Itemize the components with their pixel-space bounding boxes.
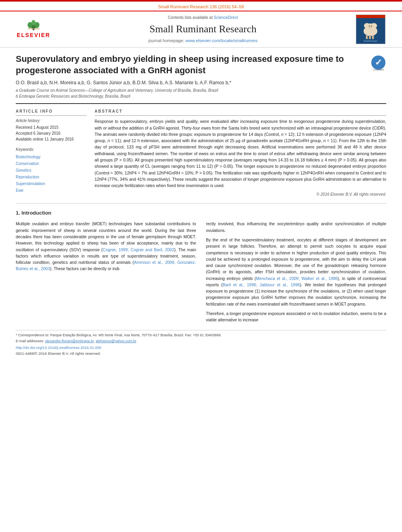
abstract-text: Response to superovulatory, embryo yield… xyxy=(95,118,386,189)
section-divider xyxy=(16,203,386,204)
email-link-1[interactable]: alexandre.floriani@embrapa.br xyxy=(45,339,94,343)
keywords-section: Keywords: Biotechnology Conservation Gen… xyxy=(16,147,87,194)
svg-rect-7 xyxy=(356,15,385,18)
svg-point-4 xyxy=(32,20,35,25)
doi-link[interactable]: http://dx.doi.org/10.1016/j.smallrumres.… xyxy=(16,345,386,350)
copyright-text: © 2016 Elsevier B.V. All rights reserved… xyxy=(95,192,386,197)
intro-para-1: Multiple ovulation and embryo transfer (… xyxy=(16,221,196,272)
ref-ammoun[interactable]: Ammoun et al., 2006; Gonzalez-Bulnes et … xyxy=(16,260,196,271)
issn-line: 0921-4488/© 2016 Elsevier B.V. All right… xyxy=(16,351,386,356)
article-history: Article history: Received 1 August 2015 … xyxy=(16,118,87,142)
intro-para-3: By the end of the superestimulatory trea… xyxy=(206,237,387,307)
introduction-section: Multiple ovulation and embryo transfer (… xyxy=(16,221,386,326)
article-info-column: ARTICLE INFO Article history: Received 1… xyxy=(16,109,87,197)
accepted-date: Accepted 6 January 2016 xyxy=(16,130,87,136)
article-content: Superovulatory and embryo yielding in sh… xyxy=(0,48,402,364)
ref-menchaca[interactable]: Menchaca et al., 2009; Walker et al., 19… xyxy=(256,276,338,281)
abstract-label: ABSTRACT xyxy=(95,109,386,116)
journal-ref: Small Ruminant Research 136 (2016) 54–58 xyxy=(158,4,244,9)
journal-title: Small Ruminant Research xyxy=(55,22,351,36)
svg-point-15 xyxy=(368,25,373,29)
journal-thumbnail-area: Small Ruminant xyxy=(351,15,390,44)
article-title: Superovulatory and embryo yielding in sh… xyxy=(16,54,365,76)
svg-point-16 xyxy=(369,26,370,27)
article-info-label: ARTICLE INFO xyxy=(16,109,87,116)
svg-rect-14 xyxy=(372,35,374,39)
article-title-text: Superovulatory and embryo yielding in sh… xyxy=(16,54,365,99)
footnote-star: * Correspondence to: Parque Estação Biol… xyxy=(16,333,386,338)
article-history-label: Article history: xyxy=(16,118,87,124)
svg-text:CrossMark: CrossMark xyxy=(372,69,384,71)
journal-title-area: Contents lists available at ScienceDirec… xyxy=(55,15,351,44)
svg-rect-5 xyxy=(28,28,39,30)
keyword-superstimulation: Superstimulation xyxy=(16,180,87,187)
randomly-word: randomly xyxy=(128,132,145,137)
journal-ref-bar: Small Ruminant Research 136 (2016) 54–58 xyxy=(0,2,402,11)
intro-left-column: Multiple ovulation and embryo transfer (… xyxy=(16,221,196,326)
keyword-biotechnology: Biotechnology xyxy=(16,154,87,160)
email-link-2[interactable]: aleframos@yahoo.com.br xyxy=(96,339,136,343)
svg-text:Small Ruminant: Small Ruminant xyxy=(363,41,377,43)
footnote-area: * Correspondence to: Parque Estação Biol… xyxy=(16,330,386,356)
elsevier-logo: ELSEVIER xyxy=(16,20,51,39)
elsevier-text: ELSEVIER xyxy=(17,32,50,39)
svg-rect-12 xyxy=(366,35,368,39)
journal-homepage: journal homepage: www.elsevier.com/locat… xyxy=(55,38,351,44)
intro-right-column: rectly involved, thus influencing the oo… xyxy=(206,221,387,326)
svg-rect-13 xyxy=(369,35,371,39)
affiliations: a Graduate Course on Animal Sciences—Col… xyxy=(16,87,365,99)
elsevier-logo-area: ELSEVIER xyxy=(12,20,55,39)
journal-header: ELSEVIER Contents lists available at Sci… xyxy=(0,11,402,48)
available-date: Available online 11 January 2016 xyxy=(16,136,87,142)
authors-line: O.O. Brasil a,b, N.H. Moreira a,b, G. Sa… xyxy=(16,80,365,86)
ref-baril[interactable]: Baril et al., 1996; Jabbour et al., 1996 xyxy=(223,282,300,287)
page-wrapper: Small Ruminant Research 136 (2016) 54–58… xyxy=(0,0,402,364)
section1-title: 1. Introduction xyxy=(16,209,386,217)
journal-homepage-link[interactable]: www.elsevier.com/locate/smallrumres xyxy=(186,38,258,43)
keyword-ewe: Ewe xyxy=(16,187,87,194)
contents-available-text: Contents lists available at ScienceDirec… xyxy=(55,15,351,20)
crossmark-badge[interactable]: ✓ CrossMark xyxy=(370,56,386,71)
keyword-conservation: Conservation xyxy=(16,160,87,167)
abstract-column: ABSTRACT Response to superovulatory, emb… xyxy=(95,109,386,197)
elsevier-tree-icon xyxy=(22,20,45,31)
journal-thumbnail: Small Ruminant xyxy=(356,15,385,44)
intro-para-2: rectly involved, thus influencing the oo… xyxy=(206,221,387,234)
svg-text:✓: ✓ xyxy=(375,57,382,67)
intro-para-4: Therefore, a longer progesterone exposur… xyxy=(206,310,387,323)
ref-cognie[interactable]: Cognie, 1999; Cognie and Baril, 2002 xyxy=(103,247,174,252)
footnote-email: E-mail addresses: alexandre.floriani@emb… xyxy=(16,339,386,344)
svg-point-17 xyxy=(371,26,372,27)
keyword-reproduction: Reproduction xyxy=(16,174,87,180)
keyword-genetics: Genetics xyxy=(16,167,87,174)
article-info-abstract-section: ARTICLE INFO Article history: Received 1… xyxy=(16,109,386,197)
keywords-label: Keywords: xyxy=(16,147,87,152)
sciencedirect-link[interactable]: ScienceDirect xyxy=(214,15,238,20)
received-date: Received 1 August 2015 xyxy=(16,124,87,130)
article-title-section: Superovulatory and embryo yielding in sh… xyxy=(16,54,386,104)
